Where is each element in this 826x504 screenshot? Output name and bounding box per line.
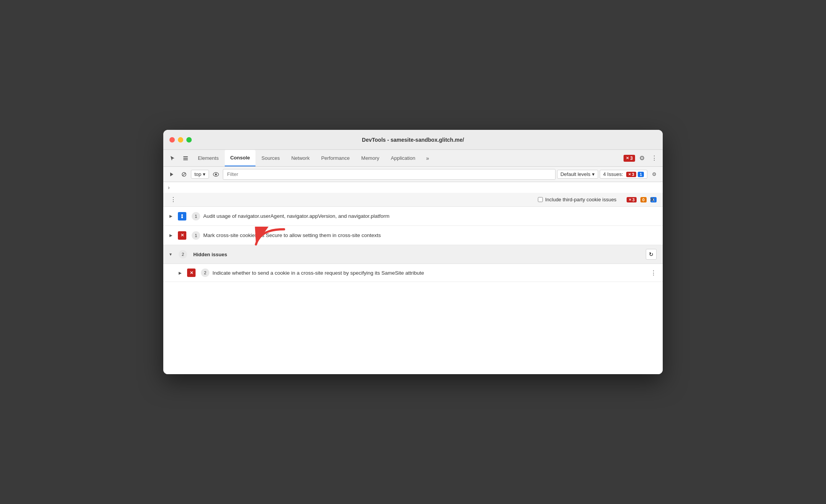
issues-count-badge[interactable]: 4 Issues: ✕ 3 1	[600, 170, 647, 179]
tab-console[interactable]: Console	[225, 150, 255, 166]
hidden-header[interactable]: ▾ 2 Hidden issues ↻	[163, 245, 663, 264]
chevron-right-icon[interactable]: ▶	[179, 271, 185, 275]
hidden-count-badge: 2	[179, 250, 187, 259]
include-third-party-checkbox[interactable]: Include third-party cookie issues	[538, 197, 617, 202]
window-title: DevTools - samesite-sandbox.glitch.me/	[362, 137, 464, 143]
panel-dots-menu[interactable]: ⋮	[168, 194, 179, 205]
svg-marker-3	[170, 172, 173, 176]
traffic-lights	[169, 137, 192, 143]
cursor-icon-btn[interactable]	[166, 152, 179, 164]
svg-rect-8	[181, 214, 183, 216]
settings-btn[interactable]: ⚙	[637, 153, 647, 164]
close-button[interactable]	[169, 137, 175, 143]
block-btn[interactable]	[179, 169, 189, 180]
svg-rect-0	[183, 156, 188, 157]
devtools-window: DevTools - samesite-sandbox.glitch.me/ E…	[163, 130, 663, 374]
svg-rect-1	[183, 158, 188, 159]
tab-right-icons: ✕ 3 ⚙ ⋮	[624, 153, 660, 164]
context-selector[interactable]: top ▾	[191, 170, 209, 179]
include-row: Include third-party cookie issues	[538, 197, 617, 202]
toolbar-settings-btn[interactable]: ⚙	[649, 169, 660, 180]
issue-icon-info	[178, 212, 186, 220]
chevron-right-icon[interactable]: ▶	[169, 233, 176, 237]
issues-error-badge: ✕ 3	[626, 172, 636, 177]
three-dots-menu[interactable]: ⋮	[650, 269, 657, 277]
issue-row-audit[interactable]: ▶ 1 Audit usage of navigator.userAgent, …	[163, 207, 663, 226]
issue-text-crosssite: Mark cross-site cookies as Secure to all…	[203, 232, 657, 238]
tab-bar: Elements Console Sources Network Perform…	[163, 150, 663, 167]
gear-icon: ⚙	[639, 154, 645, 162]
issues-info-badge: 1	[638, 172, 644, 177]
svg-point-7	[215, 173, 217, 175]
svg-rect-9	[181, 216, 183, 218]
panel-close-btn[interactable]: ✕	[647, 195, 657, 204]
dots-vertical-icon: ⋮	[651, 154, 657, 162]
eye-btn[interactable]	[211, 169, 221, 180]
issues-panel-header: ⋮ Include third-party cookie issues ✕ 3 …	[163, 193, 663, 207]
error-x-icon: ✕	[629, 198, 632, 202]
tab-network[interactable]: Network	[286, 150, 315, 166]
hidden-issues-label: Hidden issues	[193, 252, 646, 257]
issue-text-audit: Audit usage of navigator.userAgent, navi…	[203, 213, 657, 219]
caret-row: ›	[163, 182, 663, 193]
close-icon: ✕	[649, 196, 655, 204]
error-x-icon: ✕	[626, 156, 629, 160]
tab-sources[interactable]: Sources	[256, 150, 285, 166]
tab-elements[interactable]: Elements	[192, 150, 224, 166]
refresh-icon: ↻	[649, 251, 654, 257]
toolbar: top ▾ Default levels ▾ 4 Issues: ✕ 3 1	[163, 167, 663, 182]
error-x-icon: ✕	[190, 270, 193, 275]
error-x-icon: ✕	[628, 172, 631, 176]
log-levels-selector[interactable]: Default levels ▾	[557, 170, 598, 179]
panel-error-badge: ✕ 3	[627, 197, 637, 202]
hidden-issues-section: ▾ 2 Hidden issues ↻ ▶ ✕ 2	[163, 245, 663, 282]
svg-line-5	[182, 173, 186, 176]
issue-count-1: 1	[192, 212, 200, 220]
error-badge: ✕ 3	[624, 155, 635, 162]
play-console-btn[interactable]	[166, 169, 177, 180]
issue-row-crosssite[interactable]: ▶ ✕ 1 Mark cross-site cookies as Secure …	[163, 226, 663, 245]
chevron-down-icon[interactable]: ▾	[169, 252, 176, 257]
hidden-issue-text: Indicate whether to send a cookie in a c…	[212, 270, 650, 276]
hidden-issue-icon-error: ✕	[187, 269, 196, 277]
hidden-issue-count: 2	[201, 269, 209, 277]
tab-memory[interactable]: Memory	[356, 150, 385, 166]
issues-container: ▶ 1 Audit usage of navigator.userAgent, …	[163, 207, 663, 282]
third-party-checkbox-input[interactable]	[538, 197, 543, 202]
caret-icon: ›	[168, 184, 170, 191]
layers-icon-btn[interactable]	[179, 152, 192, 164]
tab-performance[interactable]: Performance	[316, 150, 355, 166]
tab-application[interactable]: Application	[385, 150, 421, 166]
filter-input[interactable]	[223, 169, 556, 180]
error-x-icon: ✕	[181, 233, 184, 238]
issue-icon-error: ✕	[178, 231, 186, 240]
chevron-down-icon: ▾	[203, 171, 206, 177]
content-area: › ⋮ Include third-party cookie issues ✕ …	[163, 182, 663, 374]
minimize-button[interactable]	[178, 137, 183, 143]
more-tabs-btn[interactable]: »	[421, 152, 434, 164]
chevron-right-icon[interactable]: ▶	[169, 214, 176, 218]
issue-count-2: 1	[192, 231, 200, 240]
hidden-issue-row[interactable]: ▶ ✕ 2 Indicate whether to send a cookie …	[163, 264, 663, 282]
chevron-down-icon: ▾	[592, 171, 595, 177]
gear-icon: ⚙	[652, 171, 657, 177]
maximize-button[interactable]	[186, 137, 192, 143]
more-options-btn[interactable]: ⋮	[649, 153, 660, 164]
title-bar: DevTools - samesite-sandbox.glitch.me/	[163, 130, 663, 150]
dots-vertical-icon: ⋮	[170, 196, 176, 203]
svg-rect-2	[183, 159, 188, 160]
refresh-btn[interactable]: ↻	[646, 249, 657, 260]
panel-warning-badge: 0	[640, 197, 647, 202]
